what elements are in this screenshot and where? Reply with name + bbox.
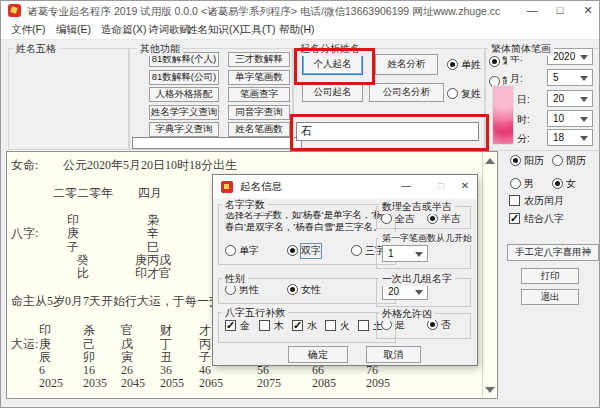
water-checkbox[interactable] [292,320,303,331]
chevron-down-icon [580,136,588,145]
all-lucky-radio[interactable] [381,213,392,224]
chevron-down-icon [580,117,588,126]
menu-help[interactable]: 帮助(H) [279,23,315,37]
month-value: 5 [553,72,559,83]
annotation-box-surname-input [290,114,489,151]
hour-select[interactable]: 10 [547,110,593,127]
dialog-female-label: 女性 [301,283,321,297]
btn-81shu-company[interactable]: 81数解释(公司) [149,70,219,85]
btn-renge-waige[interactable]: 人格外格搭配 [149,87,219,102]
company-analysis-button[interactable]: 公司名分析 [369,83,444,102]
solar-calendar-label: 阳历 [524,154,544,168]
water-label: 水 [307,319,317,333]
cancel-button[interactable]: 取消 [366,346,421,363]
month-cn-text: 四月 [138,185,162,202]
dayun-year: 2065 [199,376,223,391]
bazi-label: 八字: [11,225,38,242]
chevron-down-icon [580,76,588,85]
btn-sancai-explain[interactable]: 三才数解释 [228,52,290,67]
half-lucky-radio[interactable] [427,213,438,224]
month-select[interactable]: 5 [547,69,593,86]
traditional-strokes-radio[interactable] [489,56,500,67]
first-stroke-select[interactable]: 1 [382,245,428,262]
lunar-calendar-radio[interactable] [552,155,563,166]
minute-select[interactable]: 18 [547,129,593,146]
fire-checkbox[interactable] [325,320,336,331]
dayun-label: 大运: [11,336,38,353]
query-input[interactable] [132,137,302,149]
menu-edit[interactable]: 编辑(E) [56,23,91,37]
chevron-down-icon [415,290,423,299]
shuli-group-label: 数理全吉或半吉 [379,200,455,214]
name-analysis-button[interactable]: 姓名分析 [375,54,438,75]
annotation-box-personal-naming [294,48,375,85]
waige-no-label: 否 [441,318,451,332]
compound-surname-radio[interactable] [447,88,458,99]
birth-datetime-text: 公元2020年5月20日10时18分出生 [63,157,237,174]
leap-month-checkbox[interactable] [509,195,520,206]
btn-stroke-lookup[interactable]: 笔画查字 [228,87,290,102]
close-button[interactable]: ✕ [575,1,600,21]
ok-button[interactable]: 确定 [288,346,348,363]
female-label: 女 [566,177,576,191]
manual-yongshen-button[interactable]: 手工定八字喜用神 [507,244,599,261]
dialog-minimize-button[interactable]: — [396,177,416,195]
chevron-down-icon [580,97,588,106]
btn-name-strokes[interactable]: 姓名笔画数 [228,122,290,137]
female-radio[interactable] [552,178,563,189]
scrollbar-track[interactable] [482,152,483,397]
menu-name-knowledge[interactable]: 姓名知识(X) [187,23,243,37]
month-label: 月: [510,72,523,86]
day-select[interactable]: 20 [547,90,593,107]
single-char-label: 单字 [239,244,259,258]
menu-poetry[interactable]: 诗词歌赋 [148,23,190,37]
wood-label: 木 [274,319,284,333]
menu-bar: 文件(F) 编辑(E) 造命篇(X) 诗词歌赋 姓名知识(X) 工具(T) 帮助… [1,21,600,40]
hidden-god-1: 比 [77,265,89,282]
metal-label: 金 [240,319,250,333]
menu-zaoming[interactable]: 造命篇(X) [101,23,147,37]
hour-label: 时: [517,113,530,127]
single-surname-radio[interactable] [447,59,458,70]
dialog-title: 起名信息 [240,180,282,194]
double-char-radio[interactable] [287,245,298,256]
btn-dict-meaning[interactable]: 字典字义查询 [149,122,219,137]
dialog-close-button[interactable]: ✕ [455,177,475,195]
btn-name-meaning[interactable]: 姓名学字义查询 [149,105,219,120]
wood-checkbox[interactable] [259,320,270,331]
menu-tools[interactable]: 工具(T) [241,23,275,37]
dialog-female-radio[interactable] [287,284,298,295]
dayun-year: 2045 [121,376,145,391]
print-button[interactable]: 打印 [521,268,579,284]
triple-char-radio[interactable] [351,245,362,256]
leap-month-label: 农历闰月 [524,194,564,208]
combine-bazi-label: 结合八字 [524,212,564,226]
metal-checkbox[interactable] [225,320,236,331]
combine-bazi-checkbox[interactable] [509,213,520,224]
single-char-radio[interactable] [225,245,236,256]
maximize-button[interactable]: □ [547,1,573,21]
chevron-down-icon [580,55,588,64]
scroll-up-icon[interactable] [485,158,495,164]
first-stroke-value: 1 [388,248,394,259]
fire-label: 火 [340,319,350,333]
day-value: 20 [553,93,564,104]
hidden-god-2: 印才官 [135,265,171,282]
btn-single-strokes[interactable]: 单字笔画数 [228,70,290,85]
dayun-year: 2035 [83,376,107,391]
gender-group-label: 性别 [222,272,248,286]
male-radio[interactable] [510,178,521,189]
title-bar: 诸葛专业起名程序 2019 试用版 0.0.0 <诸葛易学系列程序> 电话/微信… [1,1,600,21]
company-naming-button[interactable]: 公司起名 [302,83,363,102]
exit-button[interactable]: 退出 [521,289,579,305]
btn-homophone[interactable]: 同音字查询 [228,105,290,120]
minimize-button[interactable]: — [519,1,545,21]
compound-surname-label: 复姓 [461,87,481,101]
app-icon [8,4,21,17]
datetime-group-label: 繁体简体笔画 [488,42,554,56]
scroll-down-icon[interactable] [485,387,495,393]
solar-calendar-radio[interactable] [510,155,521,166]
earth-checkbox[interactable] [358,320,369,331]
menu-file[interactable]: 文件(F) [11,23,45,37]
hour-value: 10 [553,113,564,124]
